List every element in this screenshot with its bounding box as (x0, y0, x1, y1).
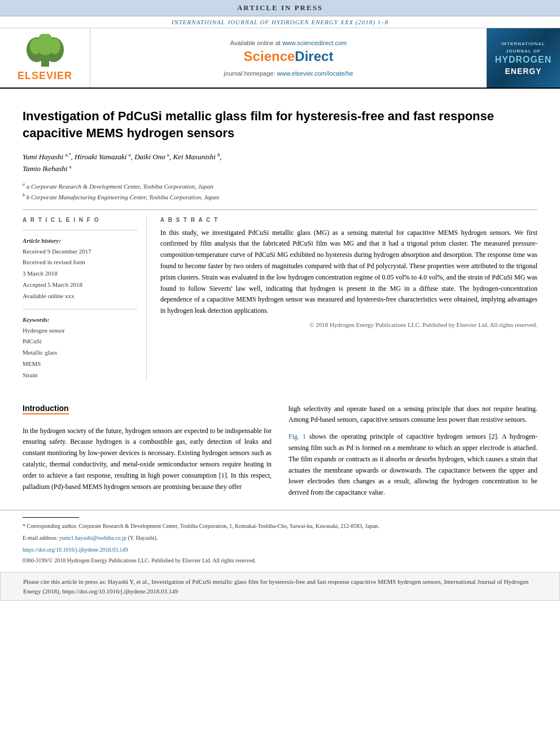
keyword-item: PdCuSi (23, 336, 137, 347)
keyword-item: Hydrogen sensor (23, 325, 137, 337)
doi-note: https://doi.org/10.1016/j.ijhydene.2018.… (23, 545, 537, 554)
body-content: Introduction In the hydrogen society of … (0, 381, 560, 499)
keyword-item: Strain (23, 370, 137, 381)
abstract-col: A B S T R A C T In this study, we invest… (160, 217, 537, 381)
sciencedirect-direct-part: Direct (295, 49, 333, 64)
doi-link[interactable]: https://doi.org/10.1016/j.ijhydene.2018.… (23, 547, 128, 553)
intro-right-text: high selectivity and operate based on a … (288, 404, 537, 426)
footnote-divider (23, 517, 79, 518)
intro-right-col: high selectivity and operate based on a … (288, 404, 537, 499)
intro-two-col: Introduction In the hydrogen society of … (23, 404, 537, 499)
article-info-heading: A R T I C L E I N F O (23, 217, 137, 223)
abstract-heading: A B S T R A C T (160, 217, 537, 223)
journal-header-bar: INTERNATIONAL JOURNAL OF HYDROGEN ENERGY… (0, 16, 560, 28)
issn-note: 0360-3199/© 2018 Hydrogen Energy Publica… (23, 556, 537, 565)
intro-fig1-text: Fig. 1 shows the operating principle of … (288, 431, 537, 499)
article-info-col: A R T I C L E I N F O Article history: R… (23, 217, 147, 381)
elsevier-logo-box: ELSEVIER (0, 28, 90, 88)
intro-left-col: Introduction In the hydrogen society of … (23, 404, 272, 499)
sciencedirect-url-link[interactable]: www.sciencedirect.com (282, 40, 347, 46)
section-divider (23, 209, 537, 210)
article-title: Investigation of PdCuSi metallic glass f… (23, 108, 537, 141)
introduction-heading: Introduction (23, 404, 69, 414)
journal-homepage-line: journal homepage: www.elsevier.com/locat… (224, 70, 353, 77)
journal-cover-title: INTERNATIONAL JOURNAL OF HYDROGEN ENERGY (491, 40, 555, 77)
info-abstract-section: A R T I C L E I N F O Article history: R… (23, 217, 537, 381)
elsevier-brand-label: ELSEVIER (18, 70, 72, 82)
affiliations-block: a a Corporate Research & Development Cen… (23, 181, 537, 203)
available-online-text: Available online at www.sciencedirect.co… (230, 40, 347, 46)
info-divider (23, 230, 137, 230)
journal-homepage-link[interactable]: www.elsevier.com/locate/he (277, 70, 353, 77)
corresponding-author-note: * Corresponding author. Corporate Resear… (23, 521, 537, 531)
citation-box: Please cite this article in press as: Ha… (0, 572, 560, 601)
keyword-item: MEMS (23, 359, 137, 370)
header-area: ELSEVIER Available online at www.science… (0, 28, 560, 89)
keywords-label: Keywords: (23, 316, 137, 323)
fig1-ref-link[interactable]: Fig. 1 (288, 433, 306, 440)
header-center: Available online at www.sciencedirect.co… (90, 28, 487, 88)
article-in-press-banner: ARTICLE IN PRESS (0, 0, 560, 16)
article-history-label: Article history: (23, 237, 137, 244)
intro-left-text: In the hydrogen society of the future, h… (23, 426, 272, 493)
authors-line: Yumi Hayashi a,*, Hiroaki Yamazaki a, Da… (23, 151, 537, 175)
abstract-text: In this study, we investigated PdCuSi me… (160, 228, 537, 317)
email-note: E-mail address: yumi1.hayashi@toshiba.co… (23, 533, 537, 543)
journal-cover-box: INTERNATIONAL JOURNAL OF HYDROGEN ENERGY (487, 28, 560, 88)
article-dates: Received 9 December 2017 Received in rev… (23, 246, 137, 302)
elsevier-tree-icon (20, 34, 71, 68)
keywords-list: Hydrogen sensor PdCuSi Metallic glass ME… (23, 325, 137, 381)
footnote-area: * Corresponding author. Corporate Resear… (0, 510, 560, 570)
sciencedirect-science-part: Science (244, 49, 295, 64)
svg-point-5 (49, 38, 60, 54)
svg-point-4 (30, 38, 41, 54)
abstract-copyright: © 2018 Hydrogen Energy Publications LLC.… (160, 321, 537, 328)
sciencedirect-logo: ScienceDirect (244, 49, 334, 64)
keyword-item: Metallic glass (23, 347, 137, 359)
main-content: Investigation of PdCuSi metallic glass f… (0, 89, 560, 381)
keywords-divider (23, 309, 137, 309)
email-link[interactable]: yumi1.hayashi@toshiba.co.jp (59, 535, 126, 541)
